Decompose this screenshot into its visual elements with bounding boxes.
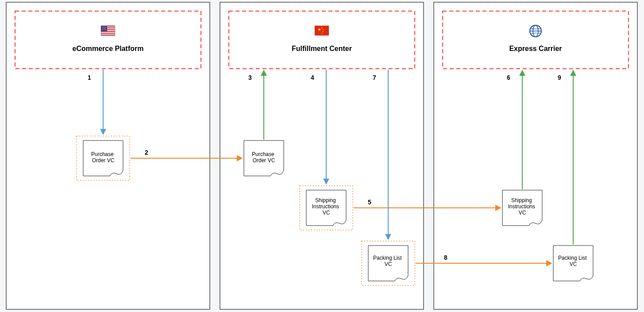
svg-point-10 <box>102 27 103 27</box>
step-9-label: 9 <box>558 74 561 81</box>
svg-rect-6 <box>101 31 115 32</box>
step-7-label: 7 <box>373 74 376 81</box>
svg-text:Purchase
      Purchase Order : Purchase Purchase Order VC Order VC <box>91 151 115 164</box>
doc-packing-list-2: Packing List Packing List VC VC <box>553 246 593 281</box>
svg-text:Purchase
      Purchase Order : Purchase Purchase Order VC Order VC <box>252 151 276 164</box>
svg-rect-8 <box>101 35 115 35</box>
svg-rect-9 <box>101 26 107 31</box>
step-5-label: 5 <box>368 199 371 206</box>
doc-purchase-order-2: Purchase Purchase Order VC Order VC <box>244 140 284 176</box>
svg-point-13 <box>103 28 104 29</box>
ecommerce-title: eCommerce Platform <box>73 45 144 52</box>
doc-shipping-instructions-2: Shipping Instructions Shipping Instructi… <box>502 190 542 226</box>
svg-point-14 <box>104 28 105 29</box>
step-1-label: 1 <box>88 74 91 81</box>
step-6-label: 6 <box>507 74 510 81</box>
svg-rect-7 <box>101 33 115 34</box>
cn-flag-icon: ★ ★ ★ ★ ★ <box>315 26 329 35</box>
svg-point-11 <box>104 27 104 27</box>
svg-point-12 <box>105 27 106 27</box>
step-2-label: 2 <box>145 149 148 156</box>
carrier-title: Express Carrier <box>509 45 562 52</box>
svg-text:★: ★ <box>321 32 323 35</box>
step-3-label: 3 <box>248 74 252 81</box>
step-8-label: 8 <box>444 254 447 261</box>
svg-point-17 <box>105 29 106 30</box>
svg-point-16 <box>104 29 104 30</box>
us-flag-icon <box>101 26 115 35</box>
fulfillment-title: Fulfillment Center <box>292 45 352 52</box>
svg-point-15 <box>102 29 103 30</box>
step-4-label: 4 <box>311 74 314 81</box>
